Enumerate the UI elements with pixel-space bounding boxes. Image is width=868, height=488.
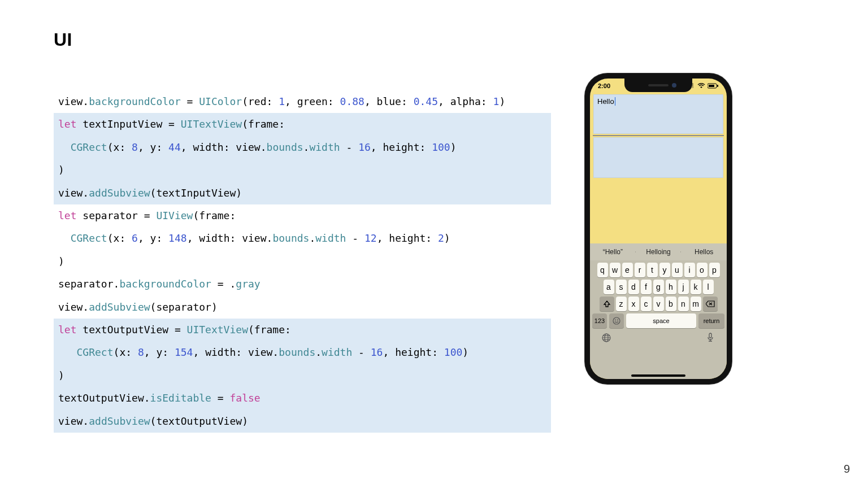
code-line: CGRect(x: 8, y: 154, width: view.bounds.… (54, 341, 551, 364)
delete-key[interactable] (703, 297, 718, 311)
key-h[interactable]: h (666, 280, 676, 294)
svg-point-11 (617, 320, 618, 321)
code-block: view.backgroundColor = UIColor(red: 1, g… (54, 90, 551, 433)
text-input-view[interactable]: Hello (593, 94, 723, 134)
code-line: ) (54, 159, 551, 181)
keyboard: “Hello” Helloing Hellos qwertyuiop asdfg… (590, 243, 727, 379)
code-line: view.backgroundColor = UIColor(red: 1, g… (54, 90, 551, 113)
key-p[interactable]: p (709, 263, 720, 277)
keyboard-fn-row (590, 328, 727, 344)
key-t[interactable]: t (647, 263, 658, 277)
key-c[interactable]: c (641, 297, 652, 311)
code-line: ) (54, 364, 551, 387)
mic-icon[interactable] (704, 332, 717, 344)
globe-icon[interactable] (600, 332, 613, 344)
key-s[interactable]: s (616, 280, 627, 294)
code-line: ) (54, 250, 551, 273)
key-g[interactable]: g (653, 280, 664, 294)
suggestion-item[interactable]: “Hello” (590, 248, 636, 256)
key-y[interactable]: y (659, 263, 670, 277)
phone-screen: 2:00 Hello (590, 79, 727, 379)
key-n[interactable]: n (678, 297, 689, 311)
svg-point-9 (613, 317, 620, 324)
code-line: CGRect(x: 8, y: 44, width: view.bounds.w… (54, 136, 551, 159)
emoji-key[interactable] (609, 313, 624, 328)
keyboard-row-3: zxcvbnm (590, 294, 727, 311)
suggestion-item[interactable]: Helloing (636, 248, 682, 256)
slide: UI view.backgroundColor = UIColor(red: 1… (0, 0, 868, 488)
code-line: let separator = UIView(frame: (54, 204, 551, 227)
code-line: view.addSubview(textOutputView) (54, 410, 551, 433)
key-z[interactable]: z (616, 297, 627, 311)
key-m[interactable]: m (691, 297, 701, 311)
wifi-icon (697, 83, 705, 89)
key-e[interactable]: e (622, 263, 633, 277)
svg-point-10 (615, 320, 616, 321)
keyboard-row-2: asdfghjkl (590, 277, 727, 294)
key-x[interactable]: x (628, 297, 639, 311)
svg-rect-5 (709, 85, 714, 87)
text-output-view (593, 137, 723, 178)
key-w[interactable]: w (610, 263, 620, 277)
key-u[interactable]: u (672, 263, 683, 277)
key-b[interactable]: b (666, 297, 676, 311)
key-k[interactable]: k (691, 280, 701, 294)
space-key[interactable]: space (626, 313, 696, 328)
home-indicator[interactable] (631, 374, 685, 377)
suggestion-bar: “Hello” Helloing Hellos (590, 243, 727, 260)
code-line: view.addSubview(textInputView) (54, 182, 551, 204)
separator-line (593, 135, 724, 136)
suggestion-item[interactable]: Hellos (681, 248, 727, 256)
phone-frame: 2:00 Hello (585, 73, 732, 384)
keyboard-row-1: qwertyuiop (590, 260, 727, 277)
status-time: 2:00 (598, 82, 610, 89)
key-d[interactable]: d (628, 280, 639, 294)
battery-icon (708, 83, 719, 89)
code-line: let textInputView = UITextView(frame: (54, 113, 551, 136)
key-a[interactable]: a (604, 280, 614, 294)
code-listing: view.backgroundColor = UIColor(red: 1, g… (54, 90, 551, 433)
key-i[interactable]: i (684, 263, 695, 277)
key-v[interactable]: v (653, 297, 664, 311)
svg-rect-17 (709, 333, 711, 338)
key-j[interactable]: j (678, 280, 689, 294)
code-line: let textOutputView = UITextView(frame: (54, 319, 551, 341)
key-q[interactable]: q (597, 263, 608, 277)
shift-key[interactable] (600, 297, 614, 311)
key-f[interactable]: f (641, 280, 652, 294)
page-number: 9 (844, 463, 850, 476)
svg-rect-3 (692, 83, 693, 88)
text-input-value: Hello (597, 97, 614, 106)
key-l[interactable]: l (703, 280, 714, 294)
code-line: CGRect(x: 6, y: 148, width: view.bounds.… (54, 227, 551, 250)
keyboard-row-4: 123 space return (590, 311, 727, 328)
phone-mockup: 2:00 Hello (585, 73, 732, 384)
key-r[interactable]: r (635, 263, 645, 277)
code-line: textOutputView.isEditable = false (54, 387, 551, 409)
code-line: separator.backgroundColor = .gray (54, 273, 551, 295)
key-o[interactable]: o (697, 263, 708, 277)
svg-rect-6 (717, 85, 718, 87)
slide-title: UI (54, 29, 72, 50)
notch (624, 79, 692, 92)
return-key[interactable]: return (698, 313, 724, 328)
code-line: view.addSubview(separator) (54, 296, 551, 319)
text-cursor (615, 97, 616, 106)
numbers-key[interactable]: 123 (592, 313, 607, 328)
